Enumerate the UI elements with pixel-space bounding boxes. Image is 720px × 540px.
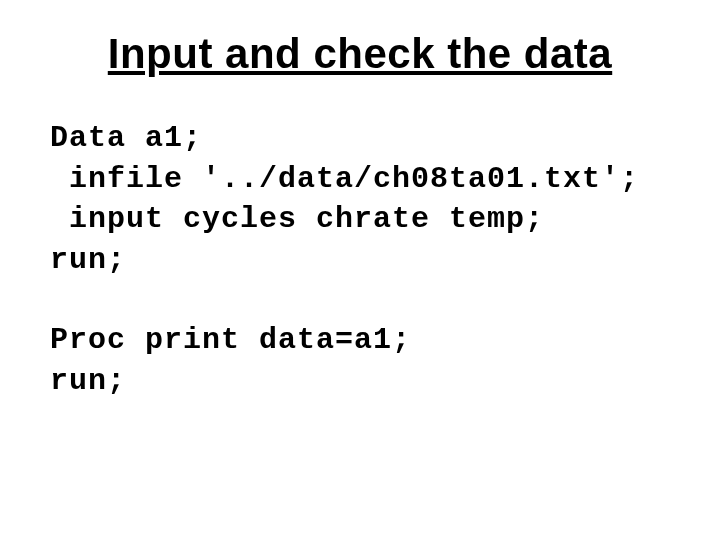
code-block-proc-print: Proc print data=a1; run;: [50, 320, 670, 401]
slide-title: Input and check the data: [50, 30, 670, 78]
code-block-data-step: Data a1; infile '../data/ch08ta01.txt'; …: [50, 118, 670, 280]
